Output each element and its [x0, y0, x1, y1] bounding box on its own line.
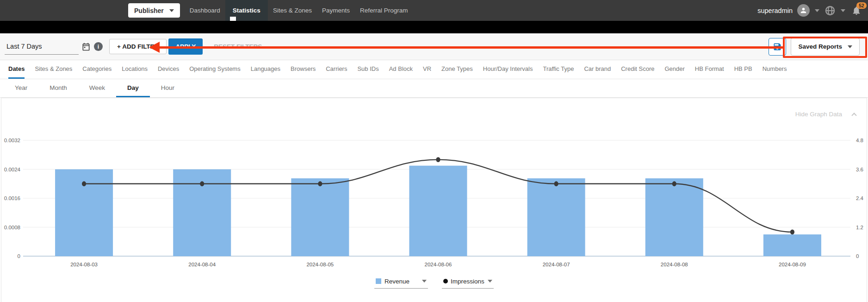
- tab-languages[interactable]: Languages: [251, 60, 280, 79]
- publisher-dropdown[interactable]: Publisher: [128, 3, 180, 18]
- tab-credit-score[interactable]: Credit Score: [621, 60, 654, 79]
- user-avatar-icon[interactable]: [797, 4, 810, 17]
- svg-text:0.0032: 0.0032: [4, 138, 20, 143]
- svg-text:0: 0: [18, 253, 20, 259]
- svg-text:2024-08-05: 2024-08-05: [306, 262, 334, 267]
- revenue-legend-label: Revenue: [384, 278, 409, 285]
- impressions-legend-label: Impressions: [451, 278, 484, 285]
- language-globe-icon[interactable]: [825, 5, 836, 16]
- tab-ad-block[interactable]: Ad Block: [389, 60, 413, 79]
- tab-traffic-type[interactable]: Traffic Type: [543, 60, 574, 79]
- calendar-icon[interactable]: [81, 42, 91, 51]
- period-tab-year[interactable]: Year: [4, 79, 38, 97]
- legend-revenue-select[interactable]: Revenue: [374, 276, 428, 289]
- chevron-down-icon: [488, 280, 492, 283]
- svg-text:4.8: 4.8: [856, 138, 863, 143]
- svg-text:2024-08-09: 2024-08-09: [779, 262, 806, 267]
- svg-text:2024-08-03: 2024-08-03: [70, 262, 98, 267]
- tab-hb-pb[interactable]: HB PB: [734, 60, 752, 79]
- tab-sites-zones[interactable]: Sites & Zones: [35, 60, 72, 79]
- revenue-impressions-chart: 0.00324.80.00243.60.00162.40.00081.20020…: [0, 98, 868, 283]
- period-tabs: Year Month Week Day Hour: [0, 79, 868, 98]
- date-range-input[interactable]: Last 7 Days: [5, 39, 79, 55]
- user-menu-chevron-icon[interactable]: [815, 9, 819, 12]
- top-nav: Publisher Dashboard Statistics Sites & Z…: [0, 0, 868, 21]
- add-filter-button[interactable]: + ADD FILTER: [109, 39, 167, 54]
- header-divider-bar: [0, 21, 868, 33]
- language-menu-chevron-icon[interactable]: [841, 9, 845, 12]
- period-tab-hour[interactable]: Hour: [150, 79, 186, 97]
- legend-impressions-select[interactable]: Impressions: [442, 276, 494, 289]
- tab-categories[interactable]: Categories: [82, 60, 112, 79]
- revenue-swatch-icon: [376, 278, 381, 284]
- svg-text:3.6: 3.6: [856, 167, 863, 172]
- chevron-down-icon: [169, 9, 174, 12]
- tab-carriers[interactable]: Carriers: [326, 60, 347, 79]
- chart-legend: Revenue Impressions: [374, 276, 494, 289]
- period-tab-week[interactable]: Week: [78, 79, 116, 97]
- svg-text:0.0016: 0.0016: [4, 195, 20, 201]
- tab-car-brand[interactable]: Car brand: [584, 60, 611, 79]
- nav-item-referral-program[interactable]: Referral Program: [355, 0, 413, 21]
- save-report-button[interactable]: [769, 38, 786, 56]
- statistics-active-indicator: [230, 17, 236, 21]
- impressions-swatch-icon: [443, 279, 448, 283]
- svg-text:2.4: 2.4: [856, 195, 864, 201]
- chevron-down-icon: [422, 280, 427, 283]
- svg-text:0.0008: 0.0008: [4, 225, 20, 230]
- tab-sub-ids[interactable]: Sub IDs: [357, 60, 378, 79]
- svg-text:2024-08-06: 2024-08-06: [425, 262, 452, 267]
- filter-bar: Last 7 Days i + ADD FILTER APPLY RESET F…: [0, 33, 868, 60]
- svg-text:0: 0: [856, 253, 859, 259]
- tab-hour-day-intervals[interactable]: Hour/Day Intervals: [483, 60, 533, 79]
- filter-bar-right: Saved Reports: [769, 38, 860, 56]
- svg-text:1.2: 1.2: [856, 225, 863, 230]
- svg-text:0.0024: 0.0024: [4, 167, 21, 172]
- publisher-label: Publisher: [134, 7, 164, 14]
- nav-item-payments[interactable]: Payments: [317, 0, 355, 21]
- username-label: superadmin: [757, 7, 793, 14]
- tab-numbers[interactable]: Numbers: [763, 60, 787, 79]
- saved-reports-dropdown[interactable]: Saved Reports: [791, 38, 860, 56]
- saved-reports-label: Saved Reports: [798, 43, 842, 50]
- nav-right-cluster: superadmin 52: [757, 0, 862, 21]
- apply-button[interactable]: APPLY: [168, 38, 203, 55]
- tab-browsers[interactable]: Browsers: [291, 60, 316, 79]
- notification-count-badge: 52: [856, 2, 867, 9]
- tab-operating-systems[interactable]: Operating Systems: [189, 60, 241, 79]
- chevron-down-icon: [848, 45, 852, 48]
- chevron-up-icon: [851, 113, 856, 118]
- svg-text:2024-08-08: 2024-08-08: [661, 262, 688, 267]
- notifications-bell-icon[interactable]: 52: [851, 6, 862, 16]
- hide-graph-label: Hide Graph Data: [795, 111, 842, 118]
- report-tabs: Dates Sites & Zones Categories Locations…: [0, 60, 868, 79]
- date-range-value: Last 7 Days: [6, 43, 42, 50]
- tab-locations[interactable]: Locations: [122, 60, 148, 79]
- nav-item-dashboard[interactable]: Dashboard: [185, 0, 225, 21]
- info-icon[interactable]: i: [94, 42, 103, 51]
- svg-text:2024-08-04: 2024-08-04: [188, 262, 216, 267]
- tab-zone-types[interactable]: Zone Types: [441, 60, 473, 79]
- tab-hb-format[interactable]: HB Format: [695, 60, 724, 79]
- period-tab-month[interactable]: Month: [38, 79, 78, 97]
- save-floppy-icon: [773, 42, 782, 51]
- tab-gender[interactable]: Gender: [664, 60, 684, 79]
- hide-graph-data-toggle[interactable]: Hide Graph Data: [795, 111, 856, 118]
- svg-text:2024-08-07: 2024-08-07: [543, 262, 570, 267]
- tab-dates[interactable]: Dates: [8, 60, 25, 79]
- period-tab-day[interactable]: Day: [116, 79, 150, 97]
- tab-vr[interactable]: VR: [423, 60, 431, 79]
- tab-devices[interactable]: Devices: [158, 60, 179, 79]
- nav-item-sites-zones[interactable]: Sites & Zones: [268, 0, 317, 21]
- reset-filters-button[interactable]: RESET FILTERS: [211, 43, 265, 50]
